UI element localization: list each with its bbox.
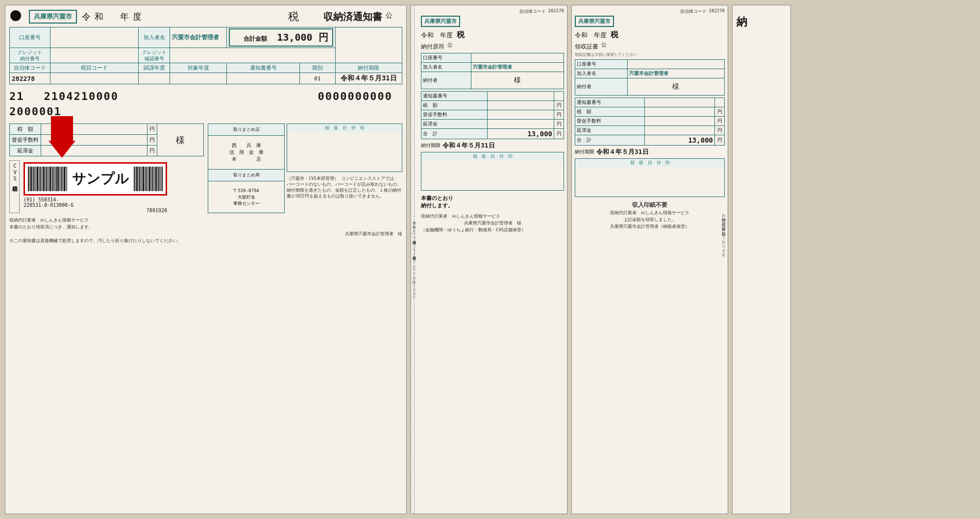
payment-table: 税 額 円 様 督促手数料 円 延滞金 円 <box>9 124 204 156</box>
right-reiwa: 令和 年度 <box>575 31 607 40</box>
right-tax-unit: 円 <box>715 107 725 117</box>
jichitai-header-right: 自治体コード 282278 <box>575 8 725 15</box>
jichitai-label: 自治体コード <box>10 63 50 73</box>
right-member-value: 宍粟市会計管理者 <box>627 69 724 78</box>
mid-late-label: 延滞金 <box>421 120 488 129</box>
credit-confirm-label: クレジット 確認番号 <box>138 48 170 63</box>
shop-label1: 取りまとめ店 <box>208 124 285 136</box>
mid-member-label: 加入者名 <box>421 63 471 72</box>
mid-receipt-area: 領 収 日 付 印 <box>421 152 564 191</box>
right-city-badge: 兵庫県宍粟市 <box>575 16 614 27</box>
slip-table: 取りまとめ店 西 兵 庫 信 用 金 庫 本 店 取りまとめ局 <box>208 124 285 213</box>
receipt-date-label: 領 収 日 付 印 <box>287 124 402 132</box>
mid-tax: 税 <box>457 30 465 40</box>
right-payer-label: 納付者 <box>575 78 628 96</box>
due-label: 納付期限 <box>335 63 402 73</box>
right-due-label: 納付期限 <box>575 148 594 155</box>
target-label: 対象年度 <box>170 63 227 73</box>
middle-section: 切り取らないで金融機関・ゆうちょ銀行・郵便局・コンビニにお出しください。 自治体… <box>411 5 567 514</box>
right-payer-value: 様 <box>627 78 724 96</box>
tax-unit: 円 <box>147 124 157 135</box>
member-label: 加入者名 <box>138 27 170 48</box>
numbers-section: 21 2104210000 0000000000 2000001 <box>9 90 402 118</box>
svg-marker-0 <box>49 116 75 158</box>
right-amount-table: 通知書番号 税 額 円 督促手数料 円 延滞金 円 合 計 13,000 <box>575 98 725 146</box>
right-account-value <box>627 60 724 69</box>
mid-tax-unit: 円 <box>554 101 564 110</box>
jichitai-code-label-right: 自治体コード <box>680 8 707 15</box>
right-late-unit: 円 <box>715 126 725 135</box>
mid-surcharge-value <box>487 110 554 120</box>
account-value <box>50 27 138 48</box>
mid-footer3: （金融機関・ゆうちょ銀行・郵便局・CVS店舗保管） <box>421 227 564 233</box>
surcharge-unit: 円 <box>147 135 157 146</box>
shop-name: 西 兵 庫 信 用 金 庫 本 店 <box>208 136 285 170</box>
mid-note-bottom: 本書のとおり 納付します。 <box>421 195 564 209</box>
ryoshu-label: 領収証書 <box>575 43 598 50</box>
right-notice-label: 通知書番号 <box>575 98 645 107</box>
mid-account-label: 口座番号 <box>421 53 471 63</box>
account-label: 口座番号 <box>10 27 50 48</box>
reiwa-title: 令和 年度 <box>82 11 146 23</box>
mid-tax-label: 税 額 <box>421 101 488 110</box>
cvs-note: （宍粟市・CVS本部管理） コンビニエンスストアでは、バーコードのないもの、バー… <box>287 176 402 199</box>
surcharge-label: 督促手数料 <box>10 135 41 146</box>
credit-number-value <box>50 48 138 63</box>
barcode-number: (91) 550314- 220531-0-013000-6 <box>24 197 167 208</box>
right-receipt-label: 領 収 日 付 印 <box>575 159 724 167</box>
right-receipt-stamp <box>575 167 724 197</box>
mid-due-value: 令和４年５月31日 <box>442 141 495 150</box>
right-receipt-area: 領 収 日 付 印 <box>575 158 725 197</box>
right-tax: 税 <box>611 30 618 40</box>
right-footer: 収入印紙不要 収納代行業者 ㈱しんきん情報サービス 上記金額を領収しました。 兵… <box>575 201 725 230</box>
period-value: 01 <box>300 73 335 84</box>
cvs-barcode-row: CVS等収納用 <box>9 160 204 213</box>
mid-late-unit: 円 <box>554 120 564 129</box>
fiscal-value <box>138 73 170 84</box>
cvs-label: CVS等収納用 <box>9 160 20 213</box>
payment-fields: 税 額 円 様 督促手数料 円 延滞金 円 <box>9 124 204 213</box>
mid-due-label: 納付期限 <box>421 142 441 149</box>
mid-total-unit: 円 <box>554 129 564 139</box>
far-right-section: 納 <box>732 5 791 514</box>
right-footer4: 兵庫県宍粟市会計管理者（納税者保管） <box>575 223 725 230</box>
footer2: 本書のとおり領収済につき、通知します。 <box>9 224 402 230</box>
mid-reiwa-row: 令和 年度 税 <box>421 30 564 40</box>
mid-due-row: 納付期限 令和４年５月31日 <box>421 141 564 150</box>
jichitai-code-label-mid: 自治体コード <box>519 8 546 15</box>
right-due-value: 令和４年５月31日 <box>596 148 649 156</box>
receipt-notes: 領 収 日 付 印 （宍粟市・CVS本部管理） コンビニエンスストアでは、バーコ… <box>287 124 402 213</box>
right-total-unit: 円 <box>715 135 725 146</box>
mid-payer-value: 様 <box>471 72 564 89</box>
credit-confirm-value <box>170 48 335 63</box>
jichitai-header-mid: 自治体コード 282278 <box>421 8 564 15</box>
right-late-value <box>644 126 714 135</box>
middle-content: 自治体コード 282278 兵庫県宍粟市 令和 年度 税 納付原符 公 口座番号 <box>421 8 564 233</box>
mid-tax-value <box>487 101 554 110</box>
sample-text: サンプル <box>72 170 129 188</box>
notice-mark: 公 <box>386 11 392 19</box>
footer3: 兵庫県宍粟市会計管理者 様 <box>9 231 402 237</box>
target-value <box>170 73 227 84</box>
right-total-value: 13,000 <box>644 135 714 146</box>
total-label: 合計金額 <box>244 35 267 42</box>
mid-account-value <box>471 53 564 63</box>
jichitai-code-value-mid: 282278 <box>548 8 564 15</box>
num2: 2104210000 <box>44 90 119 102</box>
tax-code-value <box>50 73 138 84</box>
right-reiwa-row: 令和 年度 税 <box>575 30 725 40</box>
mid-total-value: 13,000 <box>487 129 554 139</box>
lower-section: 税 額 円 様 督促手数料 円 延滞金 円 <box>9 124 402 213</box>
right-header-row: 兵庫県宍粟市 <box>575 16 725 28</box>
header-row: 兵庫県宍粟市 令和 年度 税 収納済通知書 公 <box>29 9 402 24</box>
right-notice-value <box>644 98 714 107</box>
late-unit: 円 <box>147 146 157 156</box>
arrow-indicator <box>49 116 75 159</box>
total-amount: 合計金額 13,000 円 <box>229 28 333 47</box>
receipt-date-box: 領 収 日 付 印 <box>287 124 402 172</box>
late-label: 延滞金 <box>10 146 41 156</box>
right-surcharge-unit: 円 <box>715 117 725 126</box>
barcode-inner: サンプル <box>28 167 163 191</box>
mid-payer-label: 納付者 <box>421 72 471 89</box>
mid-reiwa: 令和 年度 <box>421 31 453 40</box>
